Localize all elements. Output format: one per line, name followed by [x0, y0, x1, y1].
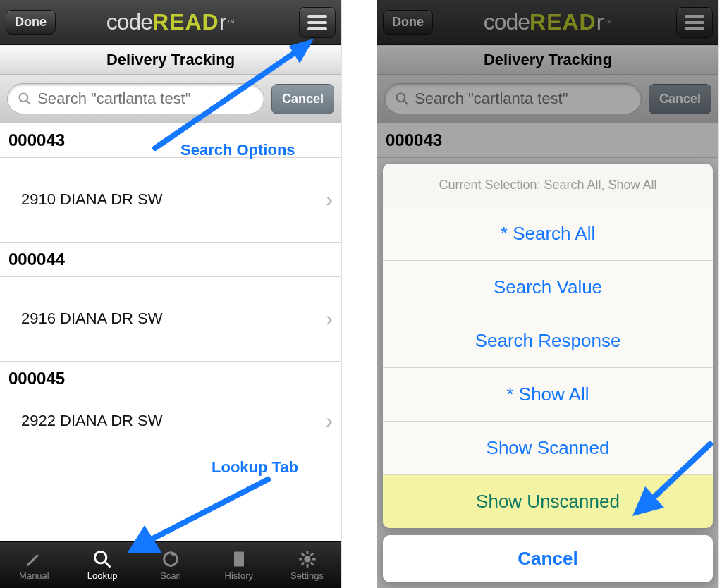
svg-point-4: [164, 553, 178, 566]
done-button[interactable]: Done: [6, 10, 56, 35]
tab-lookup[interactable]: Lookup: [68, 542, 137, 588]
record-address: 2922 DIANA DR SW: [21, 412, 163, 430]
action-sheet-group: Current Selection: Search All, Show All …: [383, 164, 713, 528]
search-field[interactable]: [7, 83, 264, 114]
search-icon: [18, 91, 32, 106]
screen-right: Done codeREADr™ Delivery Tracking Cancel…: [377, 0, 719, 588]
svg-line-3: [105, 562, 110, 567]
results-list[interactable]: 000043 2910 DIANA DR SW › 000044 2916 DI…: [0, 123, 341, 541]
record-id: 000045: [0, 362, 341, 396]
action-sheet-item-search-all[interactable]: * Search All: [383, 207, 713, 261]
section-title: Delivery Tracking: [0, 45, 341, 75]
search-cancel-button[interactable]: Cancel: [271, 84, 334, 114]
action-sheet-header: Current Selection: Search All, Show All: [383, 164, 713, 207]
svg-line-1: [27, 101, 30, 104]
list-item[interactable]: 2916 DIANA DR SW ›: [0, 277, 341, 362]
action-sheet-item-search-value[interactable]: Search Value: [383, 261, 713, 314]
action-sheet-cancel[interactable]: Cancel: [383, 535, 713, 582]
svg-rect-5: [234, 552, 244, 567]
chevron-right-icon: ›: [326, 307, 333, 331]
gear-icon: [298, 549, 317, 569]
search-bar: Cancel: [0, 75, 341, 123]
tab-bar: Manual Lookup Scan History Settings: [0, 541, 341, 588]
barcode-scanner-icon: [161, 549, 180, 569]
list-item[interactable]: 2922 DIANA DR SW ›: [0, 396, 341, 446]
record-id: 000043: [0, 123, 341, 158]
action-sheet-item-show-all[interactable]: * Show All: [383, 368, 713, 422]
search-icon: [92, 549, 112, 569]
screen-left: Done codeREADr™ Delivery Tracking Cancel…: [0, 0, 342, 588]
action-sheet-item-show-unscanned[interactable]: Show Unscanned: [383, 475, 713, 528]
menu-button[interactable]: [299, 7, 336, 38]
record-id: 000044: [0, 243, 341, 277]
action-sheet-item-show-scanned[interactable]: Show Scanned: [383, 422, 713, 475]
action-sheet: Current Selection: Search All, Show All …: [383, 164, 713, 582]
list-item[interactable]: 2910 DIANA DR SW ›: [0, 158, 341, 243]
tab-manual[interactable]: Manual: [0, 542, 68, 588]
record-address: 2916 DIANA DR SW: [21, 310, 163, 328]
search-input[interactable]: [37, 90, 254, 108]
tab-scan[interactable]: Scan: [137, 542, 205, 588]
record-address: 2910 DIANA DR SW: [21, 190, 163, 209]
tab-history[interactable]: History: [204, 542, 273, 588]
svg-point-6: [304, 556, 310, 562]
chevron-right-icon: ›: [326, 409, 333, 433]
document-icon: [229, 549, 249, 569]
top-bar: Done codeREADr™: [0, 0, 341, 45]
action-sheet-item-search-response[interactable]: Search Response: [383, 314, 713, 368]
pencil-icon: [24, 549, 44, 569]
chevron-right-icon: ›: [326, 188, 333, 212]
tab-settings[interactable]: Settings: [273, 542, 341, 588]
